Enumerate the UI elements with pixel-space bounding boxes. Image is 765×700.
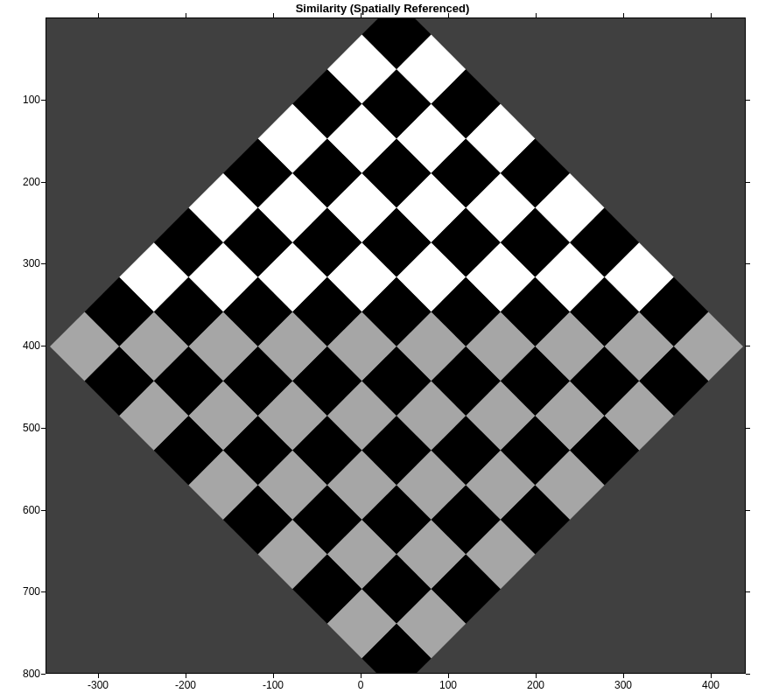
x-tick [361,674,361,678]
x-tick [536,674,537,678]
x-tick-label: -100 [263,679,284,691]
x-tick [273,13,274,18]
y-tick [41,182,46,183]
y-tick-label: 700 [16,585,40,598]
y-tick [41,592,46,592]
y-tick [746,182,750,183]
figure: Similarity (Spatially Referenced) -300-2… [0,0,765,700]
y-tick-label: 400 [16,340,40,352]
y-tick [746,510,750,511]
plot-title: Similarity (Spatially Referenced) [0,2,765,15]
x-tick-label: 300 [614,679,632,691]
x-tick-label: -200 [175,679,196,691]
x-tick-label: 0 [358,679,364,691]
axes-inner [46,18,745,673]
y-tick [746,674,750,675]
x-tick [273,674,274,678]
y-tick [746,592,750,592]
y-tick [41,346,46,346]
y-tick [41,263,46,264]
y-tick-label: 200 [16,176,40,188]
x-tick [186,13,186,18]
y-tick [746,346,750,346]
x-tick [711,674,712,678]
checkerboard-image [50,18,743,674]
y-tick [41,674,46,675]
x-tick [186,674,186,678]
y-tick-label: 500 [16,422,40,434]
x-tick [623,13,624,18]
y-tick [746,263,750,264]
x-tick [448,13,449,18]
x-tick-label: 200 [527,679,544,691]
x-tick-label: 100 [439,679,457,691]
x-tick [98,13,99,18]
x-tick-label: -300 [88,679,109,691]
y-tick [41,428,46,429]
x-tick [361,13,361,18]
x-tick [98,674,99,678]
y-tick-label: 100 [16,94,40,106]
x-tick [711,13,712,18]
y-tick-label: 600 [16,504,40,516]
x-tick [536,13,537,18]
y-tick-label: 300 [16,257,40,270]
x-tick [623,674,624,678]
x-tick [448,674,449,678]
y-tick [746,100,750,101]
axes[interactable] [46,18,746,674]
x-tick-label: 400 [702,679,719,691]
y-tick [41,510,46,511]
y-tick [41,100,46,101]
y-tick [746,428,750,429]
y-tick-label: 800 [16,668,40,680]
